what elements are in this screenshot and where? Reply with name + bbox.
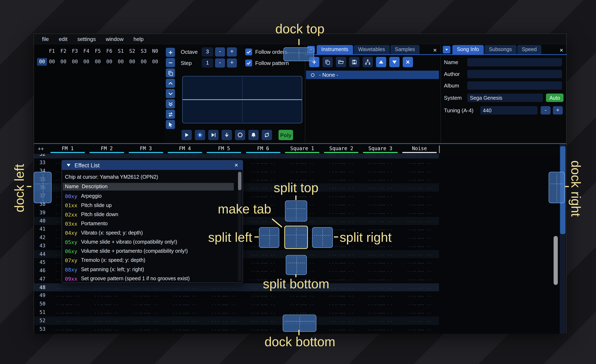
channel-header[interactable]: FM 4: [165, 145, 204, 154]
order-cell[interactable]: 00: [138, 58, 149, 66]
pattern-row[interactable]: 32... .. .. ....... .. .. ....... .. .. …: [34, 154, 566, 158]
channel-header[interactable]: Square 3: [361, 145, 400, 154]
move-instrument-up-button[interactable]: [376, 57, 386, 67]
order-cell[interactable]: 00: [46, 58, 58, 66]
song-tab-subsongs[interactable]: Subsongs: [484, 45, 516, 54]
pattern-cell[interactable]: ... .. .. ....: [204, 325, 244, 334]
instrument-folders-button[interactable]: [363, 57, 373, 67]
channel-header[interactable]: Square 2: [322, 145, 361, 154]
duplicate-instrument-button[interactable]: [322, 57, 333, 67]
poly-button[interactable]: Poly: [279, 130, 293, 140]
move-instrument-down-button[interactable]: [389, 57, 400, 67]
move-order-up-button[interactable]: [166, 79, 175, 88]
split-top-target[interactable]: [285, 200, 307, 221]
step-value[interactable]: 1: [202, 58, 213, 67]
close-icon[interactable]: [559, 48, 564, 53]
effect-list-scrollbar[interactable]: [238, 171, 241, 281]
order-cell[interactable]: 00: [127, 58, 138, 66]
delete-instrument-button[interactable]: [403, 57, 413, 67]
dock-bottom-target[interactable]: [283, 314, 316, 332]
step-increase-button[interactable]: +: [227, 58, 237, 67]
collapse-arrow-icon[interactable]: [66, 162, 72, 168]
order-row-index[interactable]: 00: [37, 58, 47, 66]
change-all-orders-button[interactable]: [166, 110, 175, 119]
play-from-start-button[interactable]: [195, 130, 205, 140]
channel-header[interactable]: FM 2: [87, 145, 126, 154]
order-cell[interactable]: 00: [58, 58, 69, 66]
close-icon[interactable]: [432, 48, 438, 53]
channel-header[interactable]: FM 3: [126, 145, 165, 154]
channel-header[interactable]: Square 1: [283, 145, 322, 154]
pattern-cell[interactable]: ... .. .. ....: [165, 325, 204, 334]
order-cell[interactable]: 00: [149, 58, 161, 66]
add-order-button[interactable]: [166, 48, 175, 57]
effect-list-scrollbar-thumb[interactable]: [238, 172, 241, 190]
pattern-row[interactable]: 50... .. .. ....... .. .. ....... .. .. …: [34, 300, 566, 308]
play-once-button[interactable]: [208, 130, 218, 140]
pattern-cell[interactable]: ... .. .. ....: [400, 325, 439, 334]
follow-orders-checkbox[interactable]: [245, 48, 252, 55]
song-window-menu-button[interactable]: [443, 46, 451, 54]
open-instrument-button[interactable]: [336, 57, 346, 67]
octave-increase-button[interactable]: +: [227, 47, 237, 57]
order-cell[interactable]: 00: [92, 58, 104, 66]
octave-decrease-button[interactable]: -: [215, 47, 225, 57]
menu-item-edit[interactable]: edit: [54, 34, 72, 44]
channel-header[interactable]: FM 1: [48, 145, 87, 154]
pattern-cell[interactable]: ... .. .. ....: [322, 325, 361, 334]
duplicate-order-end-button[interactable]: [166, 99, 175, 108]
pattern-cell[interactable]: ... .. .. ....: [87, 325, 126, 334]
save-instrument-button[interactable]: [349, 57, 359, 67]
duplicate-order-button[interactable]: [166, 68, 175, 77]
pattern-cell[interactable]: ... .. .. ....: [244, 325, 283, 334]
channel-header[interactable]: FM 6: [244, 145, 283, 154]
instruments-tab-wavetables[interactable]: Wavetables: [354, 45, 390, 54]
order-cell[interactable]: 00: [69, 58, 81, 66]
pattern-expand-button[interactable]: ++: [38, 146, 44, 152]
order-cell[interactable]: 00: [115, 58, 127, 66]
split-left-target[interactable]: [259, 227, 279, 248]
dock-left-target[interactable]: [34, 172, 52, 203]
metronome-button[interactable]: [248, 130, 259, 140]
play-button[interactable]: [181, 130, 192, 140]
split-right-target[interactable]: [312, 227, 333, 248]
instruments-tab-samples[interactable]: Samples: [390, 45, 419, 54]
tuning-input[interactable]: [480, 106, 538, 115]
split-bottom-target[interactable]: [286, 255, 307, 275]
song-name-input[interactable]: [467, 58, 562, 67]
pattern-cell[interactable]: ... .. .. ....: [126, 325, 165, 334]
step-decrease-button[interactable]: -: [215, 58, 225, 67]
channel-header[interactable]: FM 5: [204, 145, 244, 154]
tuning-increase-button[interactable]: +: [553, 106, 563, 115]
menu-item-settings[interactable]: settings: [72, 34, 101, 44]
song-tab-speed[interactable]: Speed: [517, 45, 541, 54]
effect-list-titlebar[interactable]: Effect List: [62, 160, 243, 170]
order-cell[interactable]: 00: [104, 58, 115, 66]
song-album-input[interactable]: [467, 81, 562, 90]
dock-right-target[interactable]: [549, 172, 565, 203]
song-author-input[interactable]: [467, 70, 562, 78]
follow-pattern-checkbox[interactable]: [245, 59, 252, 66]
record-button[interactable]: [235, 130, 245, 140]
pattern-cell[interactable]: ... .. .. ....: [48, 325, 87, 334]
remove-order-button[interactable]: [166, 58, 175, 67]
instruments-tab-instruments[interactable]: Instruments: [317, 45, 353, 54]
channel-header[interactable]: Noise: [400, 145, 439, 154]
menu-item-file[interactable]: file: [37, 34, 54, 44]
dock-top-target[interactable]: [283, 47, 314, 61]
tuning-decrease-button[interactable]: -: [541, 106, 551, 115]
instrument-list-item-none[interactable]: - None -: [306, 71, 439, 79]
make-tab-target[interactable]: [284, 226, 308, 249]
song-system-input[interactable]: [467, 94, 543, 102]
close-icon[interactable]: [234, 163, 239, 167]
order-cell[interactable]: 00: [81, 58, 92, 66]
pattern-cell[interactable]: ... .. .. ....: [361, 325, 400, 334]
step-one-row-button[interactable]: [222, 130, 232, 140]
octave-value[interactable]: 3: [202, 47, 213, 57]
menu-item-window[interactable]: window: [101, 34, 128, 44]
pattern-row[interactable]: 49... .. .. ....... .. .. ....... .. .. …: [34, 292, 566, 300]
order-edit-mode-button[interactable]: [166, 120, 175, 129]
window-scrollbar-thumb[interactable]: [554, 236, 558, 285]
system-auto-button[interactable]: Auto: [546, 94, 564, 102]
panel-resize-handle[interactable]: [34, 143, 566, 144]
